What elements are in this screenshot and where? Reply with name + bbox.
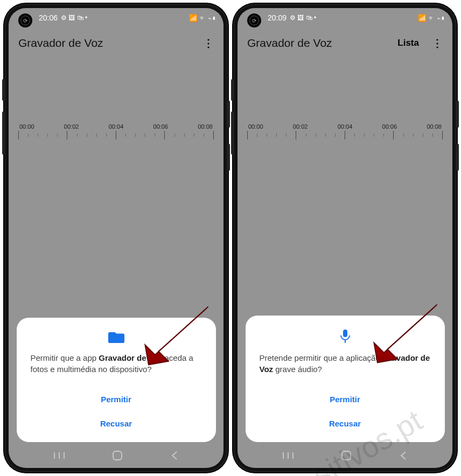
phone-side-button <box>457 101 459 128</box>
screen: ⟳ 20:09 ⚙ 🖼 🛍 • 📶 ᯤ ⌁▮ Gravador de Voz L… <box>238 8 452 468</box>
deny-button[interactable]: Recusar <box>256 411 434 436</box>
camera-punch-hole: ⟳ <box>18 13 32 27</box>
phone-left: ⟳ 20:06 ⚙ 🖼 🛍 • 📶 ᯤ ⌁▮ Gravador de Voz ⋮… <box>4 4 228 472</box>
nav-home-icon[interactable] <box>111 450 123 461</box>
camera-punch-hole: ⟳ <box>247 13 261 27</box>
phone-side-button <box>2 79 4 101</box>
dialog-message: Pretende permitir que a aplicação Gravad… <box>256 352 434 381</box>
svg-rect-3 <box>113 451 122 460</box>
nav-home-icon[interactable] <box>340 450 352 461</box>
nav-recents-icon[interactable] <box>53 451 65 460</box>
phone-side-button <box>231 111 233 155</box>
phone-side-button <box>457 144 459 171</box>
modal-overlay: Permitir que a app Gravador de Voz aceda… <box>9 8 223 468</box>
permission-dialog: Pretende permitir que a aplicação Gravad… <box>246 316 445 443</box>
nav-back-icon[interactable] <box>399 450 408 461</box>
allow-button[interactable]: Permitir <box>27 387 205 411</box>
nav-recents-icon[interactable] <box>282 451 294 460</box>
screen: ⟳ 20:06 ⚙ 🖼 🛍 • 📶 ᯤ ⌁▮ Gravador de Voz ⋮… <box>9 8 223 468</box>
nav-bar <box>9 443 223 468</box>
nav-back-icon[interactable] <box>170 450 179 461</box>
allow-button[interactable]: Permitir <box>256 387 434 411</box>
permission-dialog: Permitir que a app Gravador de Voz aceda… <box>17 318 216 443</box>
phone-side-button <box>228 144 230 171</box>
phone-side-button <box>231 79 233 101</box>
modal-overlay: Pretende permitir que a aplicação Gravad… <box>238 8 452 468</box>
svg-rect-4 <box>343 330 347 337</box>
phone-right: ⟳ 20:09 ⚙ 🖼 🛍 • 📶 ᯤ ⌁▮ Gravador de Voz L… <box>233 4 457 472</box>
deny-button[interactable]: Recusar <box>27 411 205 436</box>
nav-bar <box>238 443 452 468</box>
dialog-message: Permitir que a app Gravador de Voz aceda… <box>27 352 205 381</box>
phone-side-button <box>228 101 230 128</box>
phone-side-button <box>2 111 4 155</box>
svg-rect-9 <box>342 451 351 460</box>
folder-icon <box>27 331 205 345</box>
mic-icon <box>256 328 434 345</box>
